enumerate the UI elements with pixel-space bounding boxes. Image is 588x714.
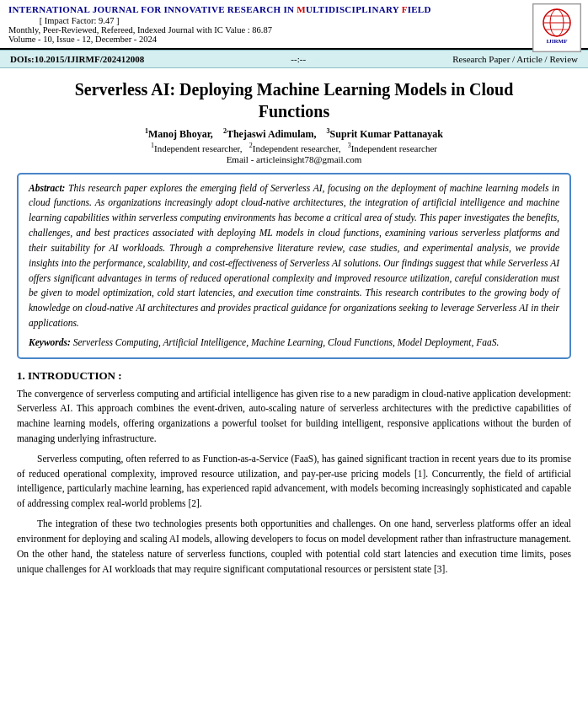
info-bar: DOIs:10.2015/IJIRMF/202412008 --:-- Rese… xyxy=(0,50,588,68)
journal-logo: IJIRMF xyxy=(532,3,581,52)
peer-review: Monthly, Peer-Reviewed, Refereed, Indexe… xyxy=(8,25,525,35)
doi: DOIs:10.2015/IJIRMF/202412008 xyxy=(10,54,144,64)
svg-text:IJIRMF: IJIRMF xyxy=(547,38,568,45)
keywords-label: Keywords: xyxy=(29,337,71,347)
journal-meta: [ Impact Factor: 9.47 ] Monthly, Peer-Re… xyxy=(8,16,580,44)
intro-paragraph-3: The integration of these two technologie… xyxy=(17,517,571,577)
authors-line: 1Manoj Bhoyar, 2Thejaswi Adimulam, 3Supr… xyxy=(17,127,571,141)
abstract-paragraph: Abstract: This research paper explores t… xyxy=(29,181,559,331)
abstract-content: This research paper explores the emergin… xyxy=(29,183,559,328)
keywords-content: Serverless Computing, Artificial Intelli… xyxy=(73,337,500,347)
keywords-paragraph: Keywords: Serverless Computing, Artifici… xyxy=(29,336,559,351)
journal-title: INTERNATIONAL JOURNAL FOR INNOVATIVE RES… xyxy=(8,4,580,14)
intro-paragraph-1: The convergence of serverless computing … xyxy=(17,387,571,447)
paper-title: Serverless AI: Deploying Machine Learnin… xyxy=(17,78,571,122)
impact-factor: [ Impact Factor: 9.47 ] xyxy=(40,16,120,25)
article-type: Research Paper / Article / Review xyxy=(452,54,578,64)
abstract-label: Abstract: xyxy=(29,183,65,193)
abstract-box: Abstract: This research paper explores t… xyxy=(17,173,571,359)
email-line: Email - articleinsight78@gmail.com xyxy=(17,154,571,164)
separator: --:-- xyxy=(291,54,306,64)
logo-svg: IJIRMF xyxy=(533,4,580,51)
volume-info: Volume - 10, Issue - 12, December - 2024 xyxy=(8,35,525,44)
affiliations-line: 1Independent researcher, 2Independent re… xyxy=(17,142,571,153)
section1-title: 1. INTRODUCTION : xyxy=(17,369,571,383)
intro-paragraph-2: Serverless computing, often referred to … xyxy=(17,452,571,512)
